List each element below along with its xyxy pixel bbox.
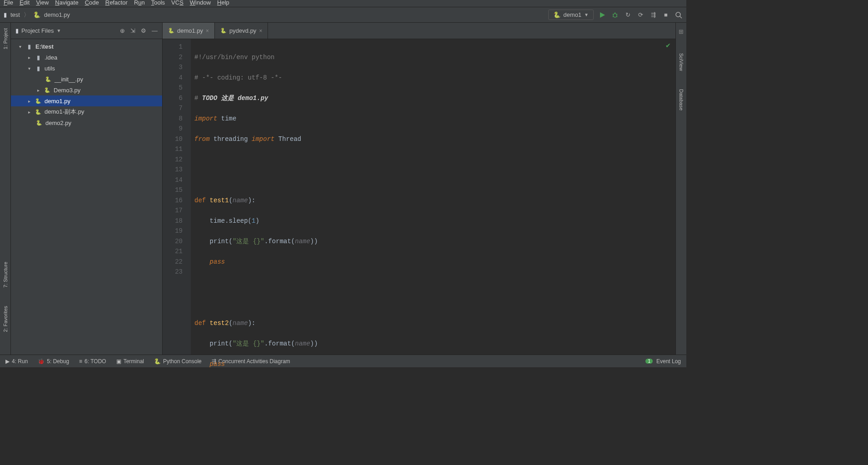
close-icon[interactable]: × (259, 28, 262, 34)
collapse-icon[interactable]: ⇲ (130, 27, 135, 34)
gutter: 1 2 3 4 5 6 7 8 9 10 11 12 13 14 15 16 1… (163, 39, 191, 355)
profile-icon[interactable]: ⟳ (636, 11, 645, 19)
status-run[interactable]: ▶ 4: Run (5, 358, 28, 365)
chevron-right-icon[interactable]: ▸ (35, 88, 41, 93)
code-text: "这是 {}" (233, 340, 264, 347)
code-text: .format( (264, 340, 295, 347)
editor-tab[interactable]: 🐍 pydevd.py × (215, 23, 268, 39)
code-text: TODO 这是 demo1.py (202, 95, 268, 102)
left-tool-rail: 1: Project 7: Structure 2: Favorites (0, 23, 11, 355)
hide-icon[interactable]: — (152, 27, 158, 34)
code-text: print( (194, 340, 233, 347)
search-icon[interactable] (675, 11, 683, 19)
svg-line-3 (613, 14, 614, 15)
run-config-selector[interactable]: 🐍 demo1 ▼ (548, 10, 594, 20)
status-todo[interactable]: ≡ 6: TODO (79, 358, 106, 365)
breadcrumb-root[interactable]: test (10, 11, 20, 18)
line-number: 20 (165, 236, 183, 247)
chevron-right-icon[interactable]: ▸ (26, 55, 32, 60)
tree-file[interactable]: 🐍 __init__.py (11, 74, 162, 85)
code-text: pass (210, 360, 225, 368)
line-number: 6 (165, 93, 183, 104)
line-number: 2 (165, 52, 183, 63)
menu-vcs[interactable]: VCS (171, 0, 184, 6)
grid-icon[interactable]: ⊞ (679, 28, 684, 35)
rail-structure[interactable]: 7: Structure (3, 262, 8, 288)
toolbar-right: 🐍 demo1 ▼ ↻ ⟳ ⇶ ■ (548, 10, 683, 20)
folder-icon: ▮ (15, 27, 19, 34)
tree-folder[interactable]: ▾ ▮ utils (11, 63, 162, 74)
chevron-down-icon[interactable]: ▾ (26, 66, 32, 71)
menu-run[interactable]: Run (134, 0, 145, 6)
coverage-icon[interactable]: ↻ (624, 11, 632, 19)
chevron-down-icon[interactable]: ▼ (57, 28, 61, 33)
run-icon[interactable] (598, 11, 606, 19)
python-icon: 🐍 (35, 120, 43, 126)
menu-refactor[interactable]: Refactor (105, 0, 128, 6)
tree-root[interactable]: ▾ ▮ E:\test (11, 41, 162, 52)
code-text: Thread (278, 135, 301, 143)
line-number: 8 (165, 114, 183, 124)
line-number: 15 (165, 185, 183, 195)
python-icon: 🐍 (35, 109, 42, 115)
folder-icon: ▮ (4, 11, 7, 18)
code-view[interactable]: #!/usr/bin/env python # -*- coding: utf-… (191, 39, 675, 355)
line-number: 3 (165, 62, 183, 73)
chevron-right-icon[interactable]: ▸ (26, 99, 32, 104)
breadcrumb-file[interactable]: demo1.py (44, 11, 70, 18)
tree-file[interactable]: 🐍 demo2.py (11, 117, 162, 128)
stop-icon[interactable]: ■ (662, 11, 670, 19)
status-terminal[interactable]: ▣ Terminal (116, 358, 144, 365)
menu-help[interactable]: Help (217, 0, 229, 6)
folder-icon: ▮ (35, 54, 42, 61)
rail-database[interactable]: Database (679, 89, 684, 110)
code-text: ( (229, 320, 233, 327)
rail-sciview[interactable]: SciView (679, 53, 684, 71)
code-text: from (194, 135, 213, 143)
file-tree: ▾ ▮ E:\test ▸ ▮ .idea ▾ ▮ utils 🐍 __init… (11, 39, 162, 355)
concurrency-icon[interactable]: ⇶ (649, 11, 657, 19)
tree-label: demo1.py (45, 98, 70, 105)
menu-tools[interactable]: Tools (151, 0, 165, 6)
menu-view[interactable]: View (36, 0, 49, 6)
code-text: time (221, 115, 237, 122)
line-number: 7 (165, 103, 183, 114)
code-text (194, 360, 210, 368)
editor-tab-active[interactable]: 🐍 demo1.py × (163, 23, 215, 39)
rail-favorites[interactable]: 2: Favorites (3, 306, 8, 332)
menu-file[interactable]: File (4, 0, 13, 6)
debug-icon[interactable] (611, 11, 619, 19)
tree-label: .idea (45, 54, 57, 61)
menu-edit[interactable]: Edit (20, 0, 30, 6)
project-panel-header: ▮ Project Files ▼ ⊕ ⇲ ⚙ — (11, 23, 162, 39)
tree-label: Demo3.py (54, 87, 80, 94)
inspection-ok-icon[interactable]: ✔ (665, 42, 671, 49)
tree-label: demo1-副本.py (45, 108, 84, 116)
code-text: test2 (210, 320, 229, 327)
tree-file[interactable]: ▸ 🐍 demo1-副本.py (11, 106, 162, 117)
chevron-down-icon[interactable]: ▾ (17, 44, 23, 49)
status-debug[interactable]: 🐞 5: Debug (38, 358, 69, 365)
code-text: #!/usr/bin/env python (194, 54, 274, 61)
chevron-right-icon[interactable]: ▸ (26, 110, 32, 115)
menu-window[interactable]: Window (190, 0, 211, 6)
tree-label: E:\test (35, 43, 54, 50)
code-text: print( (194, 238, 233, 245)
tree-file[interactable]: ▸ 🐍 Demo3.py (11, 85, 162, 95)
menu-navigate[interactable]: Navigate (55, 0, 78, 6)
settings-icon[interactable]: ⚙ (141, 27, 146, 34)
run-config-name: demo1 (563, 11, 581, 18)
line-number: 18 (165, 216, 183, 226)
locate-icon[interactable]: ⊕ (120, 27, 125, 34)
code-text: pass (210, 258, 225, 265)
rail-project[interactable]: 1: Project (3, 28, 8, 49)
tree-folder[interactable]: ▸ ▮ .idea (11, 52, 162, 63)
close-icon[interactable]: × (206, 28, 209, 34)
code-text: test1 (210, 197, 229, 204)
editor-body[interactable]: 1 2 3 4 5 6 7 8 9 10 11 12 13 14 15 16 1… (163, 39, 675, 355)
chevron-down-icon: ▼ (584, 12, 589, 17)
panel-title[interactable]: Project Files (21, 27, 54, 34)
project-panel: ▮ Project Files ▼ ⊕ ⇲ ⚙ — ▾ ▮ E:\test ▸ … (11, 23, 163, 355)
menu-code[interactable]: Code (85, 0, 99, 6)
tree-file-selected[interactable]: ▸ 🐍 demo1.py (11, 95, 162, 106)
